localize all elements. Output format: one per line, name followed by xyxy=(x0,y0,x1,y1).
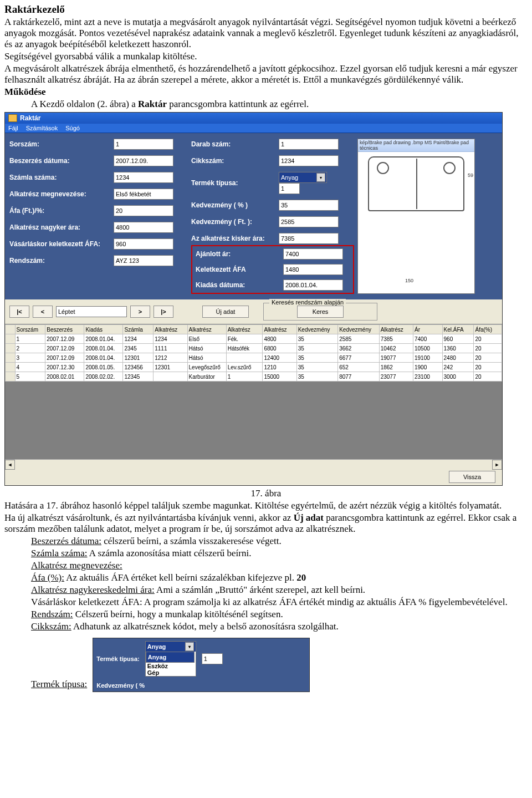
image-title: kép/Brake pad drawing .bmp MS Paint/Brak… xyxy=(358,139,474,152)
kafa-input[interactable] xyxy=(283,264,343,275)
chevron-down-icon: ▾ xyxy=(316,173,325,182)
nav-prev-button[interactable]: < xyxy=(33,306,53,318)
kiad-input[interactable] xyxy=(283,279,343,291)
tipus-value: Anyag xyxy=(281,174,298,181)
l5u: Alkatrész nagykereskedelmi ára: xyxy=(31,584,155,595)
afa-input[interactable] xyxy=(114,205,173,216)
kisker-input[interactable] xyxy=(279,233,339,244)
table-header[interactable]: Számla xyxy=(123,325,154,334)
szamla-input[interactable] xyxy=(114,172,173,183)
table-header[interactable]: Beszerzés xyxy=(45,325,84,334)
kedvp-input[interactable] xyxy=(279,200,339,211)
shot2-extra-input[interactable] xyxy=(202,653,223,664)
table-cell: 1111 xyxy=(154,344,187,353)
nav-step-input[interactable] xyxy=(56,306,127,317)
table-cell: 2 xyxy=(15,344,45,353)
mukodese-text-a: A Kezdő oldalon (2. ábra) a xyxy=(31,99,138,109)
table-header[interactable]: Áfa(%) xyxy=(474,325,502,334)
table-cell: Lev.szűrő xyxy=(226,363,263,372)
table-cell: 2008.01.04. xyxy=(84,344,123,353)
table-header[interactable]: Alkatrész xyxy=(154,325,187,334)
table-cell: 4800 xyxy=(263,334,296,344)
table-cell: 20 xyxy=(474,334,502,344)
line-nagyker: Alkatrész nagykereskedelmi ára: Ami a sz… xyxy=(31,584,528,596)
table-cell: 7400 xyxy=(413,334,442,344)
table-cell: Hátsófék xyxy=(226,344,263,353)
cikk-input[interactable] xyxy=(279,155,339,166)
table-cell: 2008.01.05. xyxy=(84,363,123,372)
mukodese-heading: Működése xyxy=(4,87,528,98)
kedvf-input[interactable] xyxy=(279,216,339,227)
data-table[interactable]: SorszámBeszerzésKiadásSzámlaAlkatrészAlk… xyxy=(5,324,502,382)
table-cell: 960 xyxy=(442,334,474,344)
menu-sugo[interactable]: Súgó xyxy=(65,125,80,131)
table-header[interactable]: Sorszám xyxy=(15,325,45,334)
nav-first-button[interactable]: |< xyxy=(9,306,29,318)
table-cell: 1234 xyxy=(123,334,154,344)
scroll-left-icon[interactable]: ◄ xyxy=(5,460,15,470)
table-header[interactable]: Kiadás xyxy=(84,325,123,334)
table-header[interactable]: Ár xyxy=(413,325,442,334)
table-cell: 20 xyxy=(474,363,502,372)
table-cell xyxy=(226,353,263,363)
table-cell: Fék. xyxy=(226,334,263,344)
table-cell: 19100 xyxy=(413,353,442,363)
table-header[interactable]: Alkatrész xyxy=(379,325,413,334)
table-row[interactable]: 32007.12.092008.01.04.123011212Hátsó1240… xyxy=(6,353,502,363)
after-p2a: Ha új alkatrészt vásároltunk, és azt nyi… xyxy=(4,512,294,523)
table-cell: 35 xyxy=(296,372,337,382)
table-header[interactable]: Kedvezmény xyxy=(338,325,379,334)
shot2-row1: Termék típusa: Anyag ▾ Anyag Eszköz Gép xyxy=(93,638,309,679)
figure-caption: 17. ábra xyxy=(4,488,528,499)
table-cell: 10462 xyxy=(379,344,413,353)
table-header[interactable]: Kel.ÁFA xyxy=(442,325,474,334)
menubar: Fájl Számítások Súgó xyxy=(5,124,502,133)
table-cell: 3000 xyxy=(442,372,474,382)
table-cell: 7385 xyxy=(379,334,413,344)
opt-eszkoz[interactable]: Eszköz xyxy=(146,663,196,669)
table-row[interactable]: 22007.12.092008.01.04.23451111HátsóHátsó… xyxy=(6,344,502,353)
page-title: Raktárkezelő xyxy=(4,3,528,16)
sorszam-input[interactable] xyxy=(114,139,173,150)
table-header[interactable]: Kedvezmény xyxy=(296,325,337,334)
vafa-input[interactable] xyxy=(114,238,173,250)
table-row[interactable]: 42007.12.302008.01.05.12345612301Levegős… xyxy=(6,363,502,372)
menu-fajl[interactable]: Fájl xyxy=(8,125,18,131)
table-row[interactable]: 12007.12.092008.01.04.12341234ElsőFék.48… xyxy=(6,334,502,344)
rendszam-input[interactable] xyxy=(114,255,173,266)
nav-last-button[interactable]: |> xyxy=(154,306,173,318)
table-cell xyxy=(6,372,16,382)
beszerzes-input[interactable] xyxy=(114,155,173,166)
nav-next-button[interactable]: > xyxy=(130,306,150,318)
scroll-right-icon[interactable]: ► xyxy=(492,460,502,470)
megnev-input[interactable] xyxy=(114,189,173,200)
table-cell: 1234 xyxy=(154,334,187,344)
table-cell: 2008.02.01 xyxy=(45,372,84,382)
table-row[interactable]: 52008.02.012008.02.02.12345Karburátor115… xyxy=(6,372,502,382)
opt-gep[interactable]: Gép xyxy=(146,669,196,676)
tipus-select[interactable]: Anyag ▾ xyxy=(279,172,327,183)
table-header[interactable]: Alkatrész xyxy=(187,325,226,334)
ajan-input[interactable] xyxy=(283,248,343,260)
vissza-button[interactable]: Vissza xyxy=(449,471,495,483)
table-header[interactable]: Alkatrész xyxy=(263,325,296,334)
bottom-bar: Vissza xyxy=(5,469,502,485)
l4a: Az aktuális ÁFA értéket kell beírni száz… xyxy=(64,572,296,583)
darab-input[interactable] xyxy=(279,139,339,150)
table-cell: 23077 xyxy=(379,372,413,382)
keres-button[interactable]: Keres xyxy=(297,306,344,318)
table-cell xyxy=(6,363,16,372)
kedvf-label: Kedvezmény ( Ft. ): xyxy=(191,218,274,226)
table-header[interactable]: Alkatrész xyxy=(226,325,263,334)
h-scrollbar[interactable]: ◄ ► xyxy=(5,459,502,469)
table-cell: 1360 xyxy=(442,344,474,353)
opt-anyag[interactable]: Anyag xyxy=(146,652,195,663)
menu-szamitasok[interactable]: Számítások xyxy=(26,125,58,131)
table-header[interactable] xyxy=(6,325,16,334)
shot2-dropdown[interactable]: Anyag ▾ Anyag Eszköz Gép xyxy=(145,641,196,677)
tipus-extra-input[interactable] xyxy=(279,183,300,194)
table-cell: 3662 xyxy=(338,344,379,353)
line-afa: Áfa (%): Az aktuális ÁFA értéket kell be… xyxy=(31,572,528,583)
uj-adat-button[interactable]: Új adat xyxy=(202,306,249,318)
nagyker-input[interactable] xyxy=(114,222,173,233)
